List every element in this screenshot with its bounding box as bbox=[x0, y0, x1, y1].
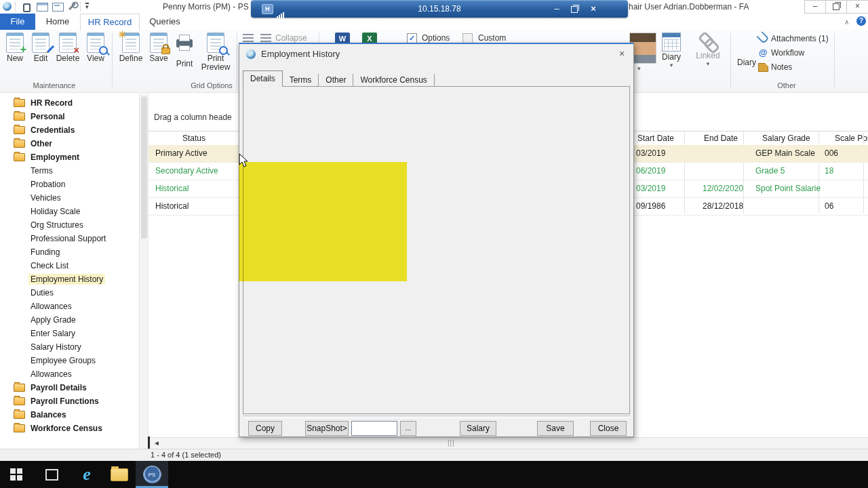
sidebar-item[interactable]: Employment History bbox=[0, 272, 139, 286]
sidebar-item[interactable]: Terms bbox=[0, 164, 139, 178]
window-minimize-button[interactable]: – bbox=[804, 0, 826, 14]
save-grid-button[interactable]: Save bbox=[146, 33, 171, 63]
remote-restore-button[interactable] bbox=[567, 3, 582, 13]
sidebar-item[interactable]: Enter Salary bbox=[0, 327, 139, 340]
custom-checkbox-label: Custom bbox=[478, 33, 506, 43]
sidebar-item[interactable]: Employee Groups bbox=[0, 354, 139, 367]
dialog-tab-workforce-census[interactable]: Workforce Census bbox=[353, 74, 434, 87]
custom-checkbox[interactable]: ✓ bbox=[462, 33, 473, 43]
sidebar-item[interactable]: Workforce Census bbox=[0, 422, 139, 435]
column-header-status[interactable]: Status bbox=[149, 134, 239, 143]
photo-dropdown-icon[interactable]: ▾ bbox=[637, 65, 641, 72]
sidebar-item[interactable]: Salary History bbox=[0, 340, 139, 354]
sidebar-item[interactable]: Vehicles bbox=[0, 191, 139, 205]
sidebar-item[interactable]: Other bbox=[0, 137, 139, 150]
internet-explorer-button[interactable]: e bbox=[71, 461, 103, 488]
tab-hr-record[interactable]: HR Record bbox=[80, 14, 140, 31]
edit-button[interactable]: Edit bbox=[28, 33, 53, 63]
linked-dropdown-icon[interactable]: ▾ bbox=[694, 60, 722, 67]
collapse-button[interactable]: Collapse bbox=[275, 33, 307, 43]
sidebar-item[interactable]: Funding bbox=[0, 245, 139, 259]
print-preview-button[interactable]: Print Preview bbox=[198, 33, 233, 72]
scroll-left-arrow-icon[interactable]: ◄ bbox=[153, 439, 160, 447]
printer-icon bbox=[176, 39, 193, 47]
diary-button[interactable]: Diary ▾ bbox=[659, 33, 684, 68]
save-button[interactable]: Save bbox=[537, 421, 574, 436]
snapshot-browse-button[interactable]: ... bbox=[400, 421, 416, 436]
column-header-salary-grade[interactable]: Salary Grade bbox=[762, 134, 810, 143]
workflow-button[interactable]: Workflow bbox=[771, 48, 804, 58]
cell-end-date: 12/02/2020 bbox=[703, 184, 743, 193]
options-checkbox[interactable]: ✓ bbox=[407, 33, 417, 43]
snapshot-button[interactable]: SnapShot> bbox=[305, 421, 349, 436]
dialog-tab-other[interactable]: Other bbox=[319, 74, 353, 87]
print-button[interactable]: Print bbox=[172, 33, 197, 68]
salary-button[interactable]: Salary bbox=[460, 421, 496, 436]
record-count-text: 1 - 4 of 4 (1 selected) bbox=[151, 451, 221, 459]
sidebar-item[interactable]: Check List bbox=[0, 259, 139, 272]
edit-form-icon[interactable] bbox=[52, 3, 64, 12]
tab-home[interactable]: Home bbox=[35, 14, 80, 30]
sidebar-scrollbar-thumb[interactable] bbox=[141, 96, 147, 239]
sidebar-item[interactable]: HR Record bbox=[0, 96, 139, 110]
notes-button[interactable]: Notes bbox=[771, 62, 792, 72]
diary-text-button[interactable]: Diary bbox=[737, 58, 756, 67]
define-button[interactable]: ☀ Define bbox=[117, 33, 145, 63]
window-card-icon[interactable] bbox=[37, 3, 48, 12]
linked-button[interactable]: Linked ▾ bbox=[694, 33, 722, 67]
tools-wrench-icon[interactable] bbox=[68, 3, 76, 10]
help-icon[interactable]: ? bbox=[856, 16, 866, 26]
remote-close-button[interactable]: × bbox=[586, 3, 601, 14]
window-restore-button[interactable] bbox=[825, 0, 847, 14]
expand-tree-icon[interactable] bbox=[243, 34, 254, 42]
column-header-start-date[interactable]: Start Date bbox=[637, 134, 674, 143]
divider bbox=[80, 1, 81, 12]
sidebar-item[interactable]: Probation bbox=[0, 178, 139, 191]
notes-icon bbox=[758, 63, 768, 72]
close-button[interactable]: Close bbox=[590, 421, 627, 436]
view-button[interactable]: View bbox=[83, 33, 108, 63]
divider bbox=[112, 33, 113, 89]
tab-file[interactable]: File bbox=[0, 14, 35, 30]
sidebar-item[interactable]: Duties bbox=[0, 286, 139, 300]
sidebar-item[interactable]: Payroll Functions bbox=[0, 394, 139, 408]
restore-icon bbox=[571, 6, 578, 13]
delete-button[interactable]: × Delete bbox=[54, 33, 81, 63]
task-view-button[interactable] bbox=[35, 461, 68, 488]
tab-queries[interactable]: Queries bbox=[139, 14, 191, 30]
diary-dropdown-icon[interactable]: ▾ bbox=[659, 62, 684, 68]
dialog-close-button[interactable]: × bbox=[616, 47, 628, 60]
start-button[interactable] bbox=[0, 461, 33, 488]
sidebar-item[interactable]: Personal bbox=[0, 110, 139, 123]
sidebar-item[interactable]: Apply Grade bbox=[0, 313, 139, 327]
quick-access-chevron-icon[interactable]: ▾ bbox=[85, 3, 89, 10]
copy-button[interactable]: Copy bbox=[248, 421, 282, 436]
sidebar-item[interactable]: Allowances bbox=[0, 300, 139, 313]
sidebar-scrollbar[interactable] bbox=[139, 94, 149, 449]
window-close-button[interactable]: × bbox=[846, 0, 868, 14]
ps-app-button[interactable]: PS bbox=[136, 461, 168, 488]
remote-minimize-button[interactable]: – bbox=[549, 3, 564, 14]
sidebar-item[interactable]: Balances bbox=[0, 408, 139, 422]
folder-icon bbox=[14, 99, 25, 107]
sidebar-item[interactable]: Payroll Details bbox=[0, 381, 139, 394]
attachments-button[interactable]: Attachments (1) bbox=[771, 34, 829, 43]
sidebar-item[interactable]: Holiday Scale bbox=[0, 205, 139, 218]
sidebar-item[interactable]: Professional Support bbox=[0, 232, 139, 245]
dialog-tab-details[interactable]: Details bbox=[243, 70, 283, 87]
scrollbar-grip-icon[interactable]: ||| bbox=[448, 439, 455, 447]
search-binoculars-icon[interactable] bbox=[23, 3, 31, 12]
file-explorer-button[interactable] bbox=[103, 461, 136, 488]
sidebar-item[interactable]: Credentials bbox=[0, 123, 139, 137]
cell-end-date: 28/12/2018 bbox=[703, 201, 743, 211]
sidebar-item[interactable]: Employment bbox=[0, 150, 139, 164]
sidebar-item[interactable]: Allowances bbox=[0, 367, 139, 381]
highlight-overlay bbox=[239, 162, 407, 281]
collapse-ribbon-icon[interactable]: ∧ bbox=[844, 18, 849, 26]
dialog-tab-terms[interactable]: Terms bbox=[283, 74, 319, 87]
snapshot-input[interactable] bbox=[351, 421, 397, 436]
new-button[interactable]: + New bbox=[3, 33, 27, 63]
grid-horizontal-scrollbar[interactable]: ◄ ||| bbox=[148, 437, 868, 449]
sidebar-item[interactable]: Org Structures bbox=[0, 218, 139, 232]
column-header-end-date[interactable]: End Date bbox=[704, 134, 738, 143]
